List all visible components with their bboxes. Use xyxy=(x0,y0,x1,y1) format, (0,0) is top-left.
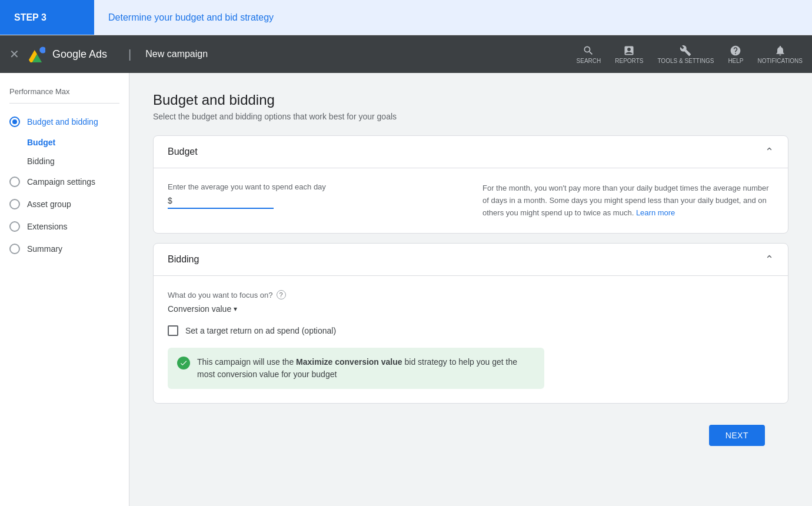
notifications-nav-item[interactable]: NOTIFICATIONS xyxy=(758,45,803,64)
bidding-card: Bidding ⌃ What do you want to focus on? … xyxy=(153,243,788,404)
app-name: Google Ads xyxy=(52,48,107,61)
sidebar-label-budget-bidding: Budget and bidding xyxy=(27,117,98,126)
nav-actions: SEARCH REPORTS TOOLS & SETTINGS HELP NOT… xyxy=(577,45,803,64)
sidebar-circle-budget-bidding xyxy=(9,116,20,127)
footer-actions: NEXT xyxy=(153,413,788,458)
sidebar-label-summary: Summary xyxy=(27,244,62,254)
budget-left: Enter the average you want to spend each… xyxy=(168,182,459,219)
target-roas-checkbox[interactable] xyxy=(168,325,178,336)
budget-card-body: Enter the average you want to spend each… xyxy=(154,168,788,233)
next-button[interactable]: NEXT xyxy=(709,425,765,446)
budget-card-collapse-button[interactable]: ⌃ xyxy=(765,145,774,158)
sidebar-circle-asset-group xyxy=(9,199,20,209)
checkbox-row: Set a target return on ad spend (optiona… xyxy=(168,325,774,336)
budget-right: For the month, you won't pay more than y… xyxy=(482,182,774,219)
sidebar-circle-summary xyxy=(9,244,20,254)
step-title-text: Determine your budget and bid strategy xyxy=(108,12,274,23)
budget-side-text: For the month, you won't pay more than y… xyxy=(482,184,769,217)
page-subtitle: Select the budget and bidding options th… xyxy=(153,112,788,121)
info-text-bold: Maximize conversion value xyxy=(296,357,402,367)
bidding-card-title: Bidding xyxy=(168,254,199,265)
budget-input-label: Enter the average you want to spend each… xyxy=(168,182,459,191)
sidebar: Performance Max Budget and bidding Budge… xyxy=(0,73,129,506)
step-banner: STEP 3 Determine your budget and bid str… xyxy=(0,0,812,35)
search-nav-item[interactable]: SEARCH xyxy=(577,45,601,64)
sidebar-divider xyxy=(9,103,119,104)
target-roas-label: Set a target return on ad spend (optiona… xyxy=(185,326,336,335)
sidebar-sub-label-bidding: Bidding xyxy=(27,157,55,166)
bidding-select[interactable]: Conversion value ▾ xyxy=(168,304,774,314)
sidebar-circle-extensions xyxy=(9,221,20,232)
tools-nav-label: TOOLS & SETTINGS xyxy=(657,58,714,64)
dropdown-arrow-icon: ▾ xyxy=(234,305,237,313)
page-title: Budget and bidding xyxy=(153,92,788,108)
main-layout: Performance Max Budget and bidding Budge… xyxy=(0,73,812,506)
sidebar-sub-item-bidding[interactable]: Bidding xyxy=(27,152,129,171)
bidding-card-header: Bidding ⌃ xyxy=(154,244,788,276)
sidebar-campaign-type: Performance Max xyxy=(0,82,129,103)
sidebar-label-asset-group: Asset group xyxy=(27,199,71,209)
info-check-icon xyxy=(177,357,190,369)
reports-nav-item[interactable]: REPORTS xyxy=(615,45,643,64)
budget-currency: $ xyxy=(168,196,172,205)
reports-nav-label: REPORTS xyxy=(615,58,643,64)
bidding-focus-label-text: What do you want to focus on? xyxy=(168,291,273,299)
step-badge-text: STEP 3 xyxy=(14,12,46,23)
sidebar-item-budget-bidding[interactable]: Budget and bidding xyxy=(0,111,129,133)
info-box: This campaign will use the Maximize conv… xyxy=(168,348,544,389)
sidebar-sub-items: Budget Bidding xyxy=(0,133,129,171)
sidebar-sub-item-budget[interactable]: Budget xyxy=(27,133,129,152)
tools-nav-item[interactable]: TOOLS & SETTINGS xyxy=(657,45,714,64)
budget-row: Enter the average you want to spend each… xyxy=(168,182,774,219)
bidding-focus-label: What do you want to focus on? ? xyxy=(168,290,774,299)
close-button[interactable]: ✕ xyxy=(9,47,19,61)
sidebar-item-asset-group[interactable]: Asset group xyxy=(0,193,129,215)
sidebar-item-summary[interactable]: Summary xyxy=(0,238,129,260)
help-nav-item[interactable]: HELP xyxy=(728,45,743,64)
content-area: Budget and bidding Select the budget and… xyxy=(129,73,812,506)
sidebar-item-extensions[interactable]: Extensions xyxy=(0,215,129,238)
svg-point-2 xyxy=(39,46,45,53)
learn-more-link[interactable]: Learn more xyxy=(636,208,675,217)
sidebar-sub-label-budget: Budget xyxy=(27,138,55,147)
budget-input[interactable] xyxy=(174,196,256,205)
bidding-card-body: What do you want to focus on? ? Conversi… xyxy=(154,276,788,403)
budget-card-header: Budget ⌃ xyxy=(154,136,788,168)
budget-card-title: Budget xyxy=(168,147,198,157)
help-nav-label: HELP xyxy=(728,58,743,64)
sidebar-label-campaign-settings: Campaign settings xyxy=(27,177,95,187)
search-nav-label: SEARCH xyxy=(577,58,601,64)
bidding-select-value: Conversion value xyxy=(168,304,231,314)
top-nav: ✕ Google Ads | New campaign SEARCH REPOR… xyxy=(0,35,812,73)
google-ads-logo xyxy=(29,46,45,62)
budget-card: Budget ⌃ Enter the average you want to s… xyxy=(153,135,788,234)
step-badge: STEP 3 xyxy=(0,0,94,35)
sidebar-circle-campaign-settings xyxy=(9,177,20,187)
info-text: This campaign will use the Maximize conv… xyxy=(197,356,535,381)
step-title: Determine your budget and bid strategy xyxy=(94,0,812,35)
help-icon[interactable]: ? xyxy=(277,290,286,299)
bidding-card-collapse-button[interactable]: ⌃ xyxy=(765,253,774,266)
info-text-part1: This campaign will use the xyxy=(197,357,296,367)
next-button-label: NEXT xyxy=(726,431,748,440)
sidebar-item-campaign-settings[interactable]: Campaign settings xyxy=(0,171,129,193)
sidebar-label-extensions: Extensions xyxy=(27,222,67,231)
budget-input-wrap: $ xyxy=(168,196,274,209)
campaign-name: New campaign xyxy=(145,49,208,59)
notifications-nav-label: NOTIFICATIONS xyxy=(758,58,803,64)
nav-divider: | xyxy=(128,48,131,61)
